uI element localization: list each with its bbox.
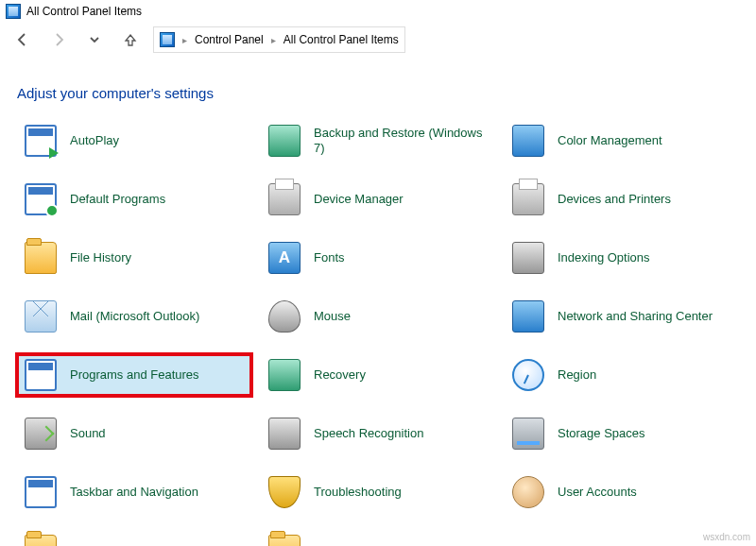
item-troubleshooting[interactable]: Troubleshooting [261, 471, 495, 513]
item-region[interactable]: Region [505, 354, 739, 396]
forward-button[interactable] [45, 26, 72, 53]
item-devices-printers[interactable]: Devices and Printers [505, 179, 739, 220]
chevron-right-icon: ▸ [180, 35, 189, 45]
file-history-icon [25, 242, 57, 274]
breadcrumb-root[interactable]: Control Panel [195, 33, 264, 46]
window-titlebar: All Control Panel Items [0, 0, 756, 23]
item-programs-features[interactable]: Programs and Features [17, 354, 251, 396]
item-label: Mouse [314, 309, 351, 324]
item-label: Sound [70, 426, 106, 441]
item-label: File History [70, 250, 131, 265]
item-label: Programs and Features [70, 367, 199, 383]
item-storage-spaces[interactable]: Storage Spaces [505, 413, 739, 454]
fonts-icon: A [268, 242, 301, 274]
item-recovery[interactable]: Recovery [261, 354, 495, 396]
item-label: Device Manager [314, 192, 404, 207]
item-backup-restore[interactable]: Backup and Restore (Windows 7) [261, 120, 495, 162]
address-bar[interactable]: ▸ Control Panel ▸ All Control Panel Item… [153, 26, 405, 53]
breadcrumb-current[interactable]: All Control Panel Items [284, 33, 399, 46]
storage-icon [512, 418, 544, 450]
autoplay-icon [25, 125, 57, 157]
chevron-right-icon: ▸ [269, 35, 278, 45]
item-fonts[interactable]: A Fonts [261, 237, 495, 279]
recent-locations-button[interactable] [81, 26, 108, 53]
user-accounts-icon [512, 476, 544, 508]
mail-icon [25, 300, 57, 333]
item-sound[interactable]: Sound [17, 413, 251, 454]
item-mouse[interactable]: Mouse [261, 296, 495, 337]
up-button[interactable] [117, 26, 144, 53]
control-panel-icon [6, 4, 21, 19]
item-label: User Accounts [558, 485, 637, 500]
item-label: Region [558, 367, 596, 383]
item-label: Backup and Restore (Windows 7) [314, 126, 488, 155]
device-manager-icon [268, 183, 301, 215]
item-indexing-options[interactable]: Indexing Options [505, 237, 739, 279]
item-label: Fonts [314, 250, 345, 265]
item-label: Color Management [558, 133, 662, 148]
item-label: AutoPlay [70, 133, 119, 148]
item-mail[interactable]: Mail (Microsoft Outlook) [17, 296, 251, 337]
network-icon [512, 300, 544, 333]
item-label: Network and Sharing Center [558, 309, 713, 324]
page-heading: Adjust your computer's settings [0, 57, 756, 120]
recovery-icon [268, 359, 301, 391]
item-label: Troubleshooting [314, 485, 402, 500]
item-device-manager[interactable]: Device Manager [261, 179, 495, 220]
item-speech-recognition[interactable]: Speech Recognition [261, 413, 495, 454]
mouse-icon [268, 300, 301, 333]
programs-icon [25, 359, 57, 391]
work-folders-icon [268, 535, 301, 546]
item-network-sharing[interactable]: Network and Sharing Center [505, 296, 739, 337]
item-label: Taskbar and Navigation [70, 485, 198, 500]
item-label: Recovery [314, 367, 366, 383]
item-windows-tools[interactable]: Windows Tools [17, 530, 251, 546]
region-icon [512, 359, 544, 391]
back-button[interactable] [9, 26, 36, 53]
item-label: Mail (Microsoft Outlook) [70, 309, 199, 324]
item-taskbar-navigation[interactable]: Taskbar and Navigation [17, 471, 251, 513]
backup-icon [268, 125, 301, 157]
default-programs-icon [25, 183, 57, 215]
indexing-icon [512, 242, 544, 274]
item-file-history[interactable]: File History [17, 237, 251, 279]
watermark: wsxdn.com [703, 532, 750, 542]
address-icon [160, 32, 175, 47]
item-color-management[interactable]: Color Management [505, 120, 739, 162]
item-work-folders[interactable]: Work Folders [261, 530, 495, 546]
taskbar-icon [25, 476, 57, 508]
item-label: Devices and Printers [558, 192, 671, 207]
troubleshoot-icon [268, 476, 301, 508]
item-label: Speech Recognition [314, 426, 423, 441]
item-user-accounts[interactable]: User Accounts [505, 471, 739, 513]
item-label: Indexing Options [558, 250, 650, 265]
navigation-bar: ▸ Control Panel ▸ All Control Panel Item… [0, 23, 756, 57]
windows-tools-icon [25, 535, 57, 546]
control-panel-grid: AutoPlay Backup and Restore (Windows 7) … [0, 120, 756, 546]
item-default-programs[interactable]: Default Programs [17, 179, 251, 220]
window-title: All Control Panel Items [26, 5, 142, 18]
speech-icon [268, 418, 301, 450]
printer-icon [512, 183, 544, 215]
color-icon [512, 125, 544, 157]
item-label: Storage Spaces [558, 426, 645, 441]
sound-icon [25, 418, 57, 450]
item-autoplay[interactable]: AutoPlay [17, 120, 251, 162]
item-label: Default Programs [70, 192, 165, 207]
